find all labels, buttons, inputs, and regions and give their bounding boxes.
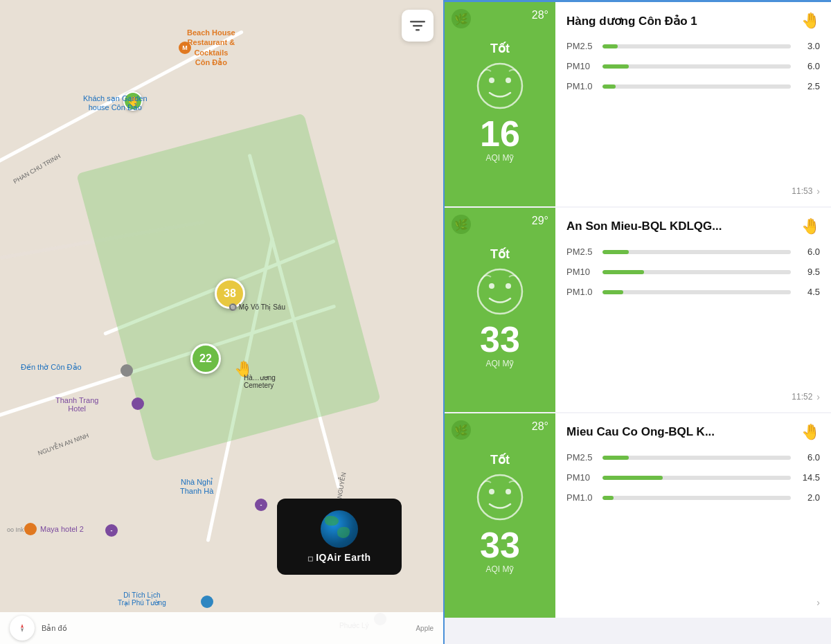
globe-icon-2: 🤚 — [801, 217, 820, 235]
station-time-2: 11:52 — [792, 392, 812, 402]
poi-di-tich[interactable] — [201, 596, 213, 608]
aqi-bubble-22[interactable]: 22 — [190, 343, 221, 374]
pm1-row-1: PM1.0 2.5 — [566, 81, 820, 91]
label-ink: oo Ink — [7, 526, 24, 533]
svg-marker-3 — [21, 624, 24, 628]
svg-point-9 — [489, 283, 494, 289]
station-info-2: An Son Mieu-BQL KDLQG... 🤚 PM2.5 6.0 PM1… — [555, 208, 831, 412]
poi-beach-house[interactable]: M — [179, 42, 191, 54]
face-icon-1 — [476, 62, 524, 110]
pm25-bar-2 — [602, 250, 629, 254]
pm1-label-2: PM1.0 — [566, 287, 596, 297]
pm10-row-2: PM10 9.5 — [566, 267, 820, 277]
station-aqi-block-3: 🌿 28° Tốt 33 AQI Mỹ — [445, 413, 555, 618]
label-den-tho: Đến thờ Côn Đảo — [21, 363, 82, 372]
pm10-bar-3 — [602, 476, 663, 480]
globe-icon-3: 🤚 — [801, 423, 820, 441]
pm25-bar-1 — [602, 44, 618, 48]
pm10-row-3: PM10 14.5 — [566, 472, 820, 483]
aqi-label-3: AQI Mỹ — [485, 564, 514, 574]
svg-point-6 — [489, 78, 494, 83]
aqi-number-2: 33 — [480, 321, 520, 357]
pm10-label-2: PM10 — [566, 267, 596, 277]
pm10-value-3: 14.5 — [798, 472, 820, 483]
street-label-phan-chu-trinh: PHAN CHU TRINH — [12, 152, 62, 185]
pm1-bar-2 — [602, 290, 623, 294]
map-source: Apple — [416, 625, 434, 632]
pin-khach-san[interactable]: 🤚 — [123, 91, 143, 111]
pm10-label-1: PM10 — [566, 61, 596, 71]
pm25-label-1: PM2.5 — [566, 41, 596, 51]
station-temp-3: 28° — [532, 420, 548, 433]
hand-pin-cemetery: 🤚 — [234, 360, 253, 378]
pm25-value-3: 6.0 — [798, 452, 820, 463]
chevron-2[interactable]: › — [816, 391, 820, 402]
pm10-bar-container-3 — [602, 476, 791, 480]
pm1-bar-container-2 — [602, 290, 791, 294]
pm10-value-2: 9.5 — [798, 267, 820, 277]
pm25-bar-container-1 — [602, 44, 791, 48]
leaf-icon-2: 🌿 — [452, 215, 471, 234]
station-time-1: 11:53 — [792, 186, 812, 196]
station-card-2[interactable]: 🌿 29° Tốt 33 AQI Mỹ An Son Mieu-BQL KDLQ… — [445, 208, 831, 412]
pm1-label-1: PM1.0 — [566, 81, 596, 91]
pm25-bar-container-2 — [602, 250, 791, 254]
pm10-value-1: 6.0 — [798, 61, 820, 71]
svg-rect-2 — [416, 29, 420, 31]
svg-point-12 — [489, 489, 494, 494]
svg-point-10 — [506, 283, 511, 289]
right-panel: 🌿 28° Tốt 16 AQI Mỹ Hàng dương Côn Đảo 1… — [443, 0, 831, 644]
pm10-bar-1 — [602, 64, 629, 69]
station-card-1[interactable]: 🌿 28° Tốt 16 AQI Mỹ Hàng dương Côn Đảo 1… — [445, 2, 831, 206]
time-row-3: › — [566, 591, 820, 608]
poi-maya[interactable]: - — [105, 524, 118, 537]
station-header-1: Hàng dương Côn Đảo 1 🤚 — [566, 12, 820, 30]
face-icon-3 — [476, 473, 524, 521]
station-aqi-block-2: 🌿 29° Tốt 33 AQI Mỹ — [445, 208, 555, 412]
chevron-3[interactable]: › — [816, 597, 820, 608]
pm1-label-3: PM1.0 — [566, 492, 596, 503]
globe-icon-1: 🤚 — [801, 12, 820, 30]
aqi-label-1: AQI Mỹ — [485, 153, 514, 163]
pm1-value-3: 2.0 — [798, 492, 820, 503]
svg-point-7 — [506, 78, 511, 83]
pm1-value-1: 2.5 — [798, 81, 820, 91]
pm10-bar-container-1 — [602, 64, 791, 69]
time-row-2: 11:52 › — [566, 386, 820, 402]
aqi-label-2: AQI Mỹ — [485, 359, 514, 368]
pm25-label-3: PM2.5 — [566, 452, 596, 463]
face-icon-2 — [476, 267, 524, 316]
poi-nha-nghi[interactable]: - — [255, 499, 267, 511]
station-card-3[interactable]: 🌿 28° Tốt 33 AQI Mỹ Mieu Cau Co Ong-BQL … — [445, 413, 831, 618]
pm10-label-3: PM10 — [566, 472, 596, 483]
pm25-bar-3 — [602, 456, 629, 460]
poi-thanh-trang[interactable] — [132, 397, 144, 410]
iqair-overlay[interactable]: ◻ IQAir Earth — [277, 499, 402, 575]
street-label-nguyen-an-ninh: NGUYỄN AN NINH — [37, 432, 89, 457]
pm1-bar-container-3 — [602, 496, 791, 500]
station-name-1: Hàng dương Côn Đảo 1 — [566, 14, 801, 28]
station-temp-2: 29° — [532, 215, 548, 227]
leaf-icon-3: 🌿 — [452, 420, 471, 440]
station-name-2: An Son Mieu-BQL KDLQG... — [566, 220, 801, 233]
label-di-tich: Di Tích LịchTrại Phú Tường — [118, 591, 166, 607]
pm1-value-2: 4.5 — [798, 287, 820, 297]
chevron-1[interactable]: › — [816, 186, 820, 197]
station-info-1: Hàng dương Côn Đảo 1 🤚 PM2.5 3.0 PM10 6.… — [555, 2, 831, 206]
svg-point-13 — [506, 489, 511, 494]
pm25-row-3: PM2.5 6.0 — [566, 452, 820, 463]
map-container[interactable]: PHAN CHU TRINH NGUYỄN AN NINH NGUYỄN M B… — [0, 0, 443, 644]
pm25-row-1: PM2.5 3.0 — [566, 41, 820, 51]
aqi-bubble-38[interactable]: 38 — [215, 278, 245, 309]
pm1-bar-1 — [602, 84, 616, 89]
poi-ink[interactable] — [24, 523, 37, 535]
leaf-icon-1: 🌿 — [452, 9, 471, 28]
filter-button[interactable] — [402, 10, 434, 42]
poi-den-tho[interactable] — [120, 364, 133, 377]
pm25-bar-container-3 — [602, 456, 791, 460]
compass-button[interactable] — [10, 616, 35, 641]
pm1-row-2: PM1.0 4.5 — [566, 287, 820, 297]
iqair-title: ◻ IQAir Earth — [307, 552, 370, 563]
station-temp-1: 28° — [532, 9, 548, 21]
station-name-3: Mieu Cau Co Ong-BQL K... — [566, 425, 801, 439]
